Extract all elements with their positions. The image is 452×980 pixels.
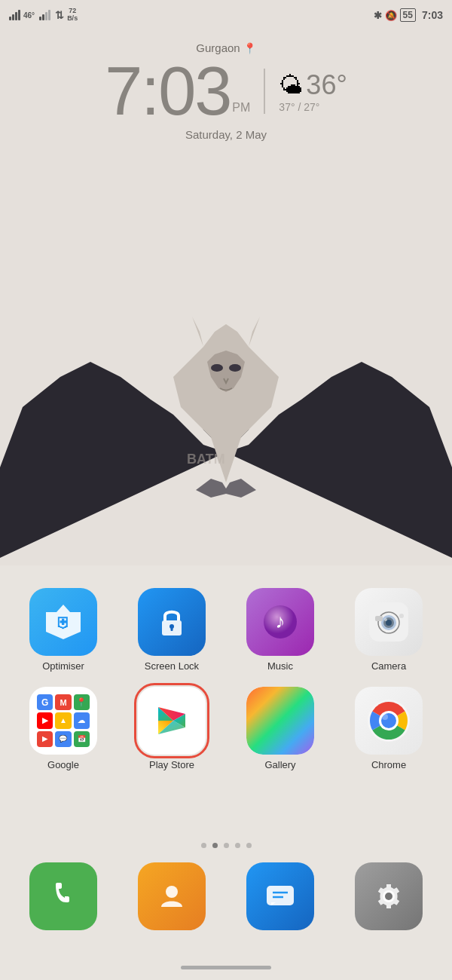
- screenlock-icon: [138, 588, 206, 656]
- app-camera[interactable]: Camera: [334, 580, 443, 679]
- status-right: ✱ 🔕 55 7:03: [374, 8, 443, 22]
- svg-text:♪: ♪: [276, 610, 286, 632]
- page-dot-3[interactable]: [235, 843, 240, 848]
- playstore-icon: [138, 687, 206, 755]
- settings-icon: [355, 862, 423, 930]
- app-playstore[interactable]: Play Store: [118, 679, 226, 778]
- clock-divider: [264, 69, 265, 114]
- page-dot-0[interactable]: [201, 843, 206, 848]
- messages-icon: [246, 862, 314, 930]
- svg-text:⛨: ⛨: [56, 614, 71, 631]
- app-screenlock[interactable]: Screen Lock: [118, 580, 226, 679]
- gallery-gradient: [246, 687, 314, 755]
- svg-text:BATM: BATM: [187, 452, 225, 467]
- location-icon: 📍: [243, 42, 256, 54]
- music-label: Music: [267, 660, 293, 672]
- chrome-icon: [355, 687, 423, 755]
- batman-illustration: BATM: [0, 256, 452, 573]
- app-music[interactable]: ♪ Music: [226, 580, 334, 679]
- svg-rect-23: [267, 886, 294, 905]
- dock-settings[interactable]: [334, 858, 443, 935]
- dock-contacts[interactable]: [118, 858, 226, 935]
- page-dots: [0, 843, 452, 848]
- app-google[interactable]: G M 📍 ▶ ▲ ☁ ▶ 💬 📅 Google: [9, 679, 118, 778]
- svg-point-27: [385, 893, 392, 900]
- google-label: Google: [47, 759, 79, 770]
- carrier-label: 46°: [23, 11, 35, 20]
- chrome-label: Chrome: [371, 759, 406, 770]
- svg-point-1: [229, 364, 241, 372]
- camera-icon: [355, 588, 423, 656]
- app-grid-area: ⛨ Optimiser Screen Lock: [0, 565, 452, 980]
- dock: [0, 858, 452, 935]
- google-grid: G M 📍 ▶ ▲ ☁ ▶ 💬 📅: [37, 694, 90, 747]
- clock-widget: Gurgaon 📍 7:03 PM 🌤 36° 37° / 27° Saturd…: [0, 41, 452, 141]
- date-label: Saturday, 2 May: [0, 128, 452, 141]
- svg-point-21: [382, 714, 388, 720]
- clock-time: 7:03: [105, 57, 231, 125]
- gallery-icon: [246, 687, 314, 755]
- weather-icon: 🌤: [279, 72, 303, 100]
- app-optimiser[interactable]: ⛨ Optimiser: [9, 580, 118, 679]
- ampm-label: PM: [232, 101, 250, 115]
- battery-icon: 55: [400, 8, 416, 22]
- svg-point-22: [166, 886, 178, 898]
- camera-label: Camera: [371, 660, 406, 672]
- playstore-label: Play Store: [149, 759, 194, 770]
- app-chrome[interactable]: Chrome: [334, 679, 443, 778]
- signal-icon: [9, 10, 20, 20]
- page-dot-1[interactable]: [212, 843, 218, 848]
- page-dot-4[interactable]: [246, 843, 252, 848]
- wifi-icon: ⇅: [55, 9, 64, 21]
- app-gallery[interactable]: Gallery: [226, 679, 334, 778]
- home-bar: [181, 966, 271, 969]
- page-dot-2[interactable]: [224, 843, 229, 848]
- music-icon: ♪: [246, 588, 314, 656]
- optimiser-label: Optimiser: [42, 660, 84, 672]
- svg-point-16: [399, 614, 404, 618]
- optimiser-icon: ⛨: [29, 588, 97, 656]
- gallery-label: Gallery: [264, 759, 295, 770]
- svg-rect-15: [375, 616, 383, 621]
- clock-row: 7:03 PM 🌤 36° 37° / 27°: [0, 57, 452, 125]
- dock-messages[interactable]: [226, 858, 334, 935]
- svg-point-0: [211, 364, 223, 372]
- weather-block: 🌤 36° 37° / 27°: [279, 69, 347, 113]
- notification-icon: 🔕: [385, 10, 397, 21]
- bluetooth-icon: ✱: [374, 10, 382, 21]
- phone-icon: [29, 862, 97, 930]
- time-display: 7:03: [422, 9, 443, 21]
- screenlock-label: Screen Lock: [145, 660, 199, 672]
- signal2-icon: [39, 10, 50, 20]
- temp-range: 37° / 27°: [279, 101, 319, 113]
- location-label: Gurgaon 📍: [0, 41, 452, 54]
- temperature: 36°: [306, 69, 347, 101]
- status-left: 46° ⇅ 72B/s: [9, 8, 78, 23]
- svg-rect-6: [171, 627, 173, 631]
- app-grid: ⛨ Optimiser Screen Lock: [0, 565, 452, 786]
- dock-phone[interactable]: [9, 858, 118, 935]
- svg-point-14: [384, 618, 387, 621]
- google-icon: G M 📍 ▶ ▲ ☁ ▶ 💬 📅: [29, 687, 97, 755]
- status-bar: 46° ⇅ 72B/s ✱ 🔕 55 7:03: [0, 0, 452, 30]
- network-speed: 72B/s: [67, 8, 78, 23]
- contacts-icon: [138, 862, 206, 930]
